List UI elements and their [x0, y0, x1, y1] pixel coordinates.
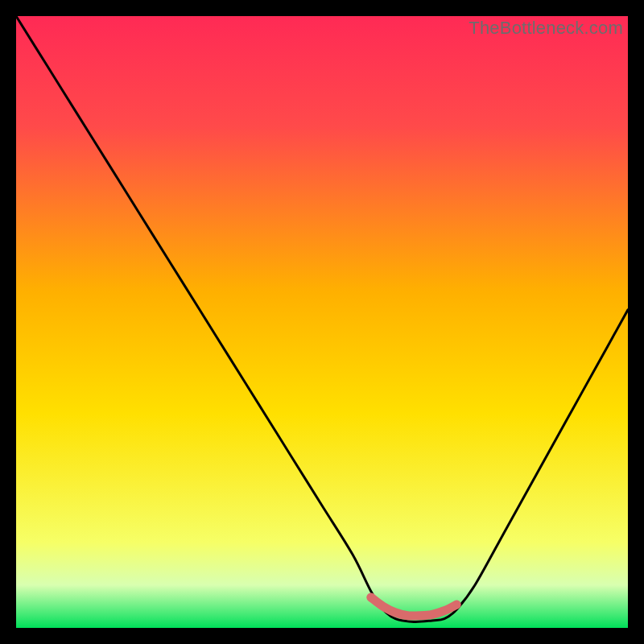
gradient-background	[16, 16, 628, 628]
chart-frame: TheBottleneck.com	[16, 16, 628, 628]
bottleneck-chart	[16, 16, 628, 628]
watermark-text: TheBottleneck.com	[469, 18, 623, 39]
